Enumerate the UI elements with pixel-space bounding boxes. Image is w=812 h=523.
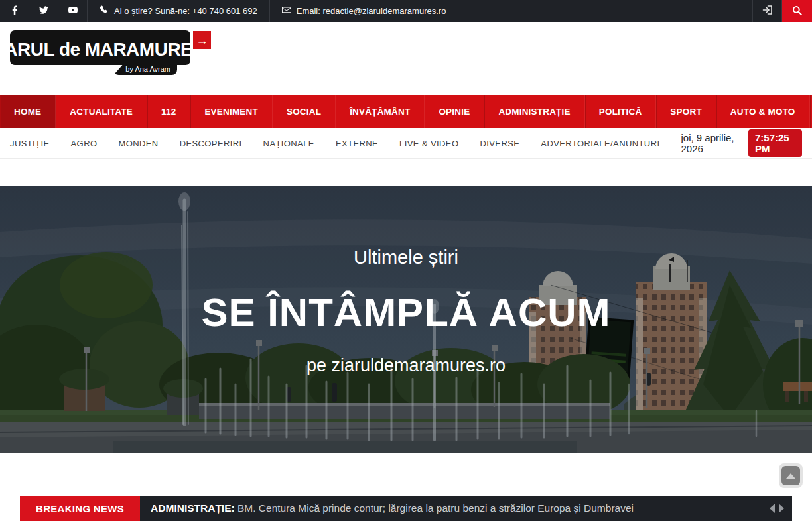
facebook-icon xyxy=(10,5,19,17)
nav-item-actualitate[interactable]: ACTUALITATE xyxy=(56,95,147,128)
topbar-spacer xyxy=(458,0,752,22)
datetime-area: joi, 9 aprilie, 2026 7:57:25 PM xyxy=(681,129,802,157)
header-logo-row: ZIARUL de MARAMUREȘ® by Ana Avram → xyxy=(0,22,812,95)
youtube-link[interactable] xyxy=(58,0,88,22)
youtube-icon xyxy=(68,5,78,17)
arrow-right-icon: → xyxy=(196,34,208,46)
chevron-left-icon[interactable] xyxy=(770,504,775,513)
hero-banner: Ultimele știri SE ÎNTÂMPLĂ ACUM pe ziaru… xyxy=(0,186,812,453)
envelope-icon xyxy=(282,5,291,17)
breaking-news-bar: BREAKING NEWS ADMINISTRAȚIE: BM. Centura… xyxy=(20,496,792,521)
search-button[interactable] xyxy=(782,0,812,22)
search-icon xyxy=(792,5,802,17)
spacer xyxy=(0,453,812,496)
nav-item-opinie[interactable]: OPINIE xyxy=(425,95,484,128)
site-logo-byline: by Ana Avram xyxy=(113,64,177,75)
nav-item-sanatate[interactable]: SĂNĂTATE xyxy=(810,95,812,128)
twitter-icon xyxy=(39,5,48,17)
nav-item-social[interactable]: SOCIAL xyxy=(273,95,336,128)
current-date: joi, 9 aprilie, 2026 xyxy=(681,132,742,154)
scroll-to-top-button[interactable] xyxy=(779,463,803,488)
email-info: Email: redactie@ziaruldemaramures.ro xyxy=(270,0,459,22)
breaking-news-category: ADMINISTRAȚIE: xyxy=(151,502,235,514)
subnav-item-monden[interactable]: MONDEN xyxy=(118,139,158,148)
email-text: Email: redactie@ziaruldemaramures.ro xyxy=(297,6,446,16)
site-logo[interactable]: ZIARUL de MARAMUREȘ® by Ana Avram xyxy=(10,30,190,65)
nav-item-112[interactable]: 112 xyxy=(147,95,190,128)
nav-item-invatamant[interactable]: ÎNVĂȚĂMÂNT xyxy=(336,95,425,128)
login-button[interactable] xyxy=(752,0,782,22)
main-navigation: HOME ACTUALITATE 112 EVENIMENT SOCIAL ÎN… xyxy=(0,95,812,128)
top-bar: Ai o știre? Sună-ne: +40 740 601 692 Ema… xyxy=(0,0,812,22)
chevron-right-icon[interactable] xyxy=(779,504,784,513)
hero-title: SE ÎNTÂMPLĂ ACUM xyxy=(201,290,610,335)
spacer xyxy=(0,159,812,186)
subnav-item-diverse[interactable]: DIVERSE xyxy=(480,139,519,148)
subnav-item-nationale[interactable]: NAȚIONALE xyxy=(263,139,314,148)
subnav-item-descoperiri[interactable]: DESCOPERIRI xyxy=(180,139,242,148)
nav-item-administratie[interactable]: ADMINISTRAȚIE xyxy=(484,95,584,128)
sign-in-icon xyxy=(762,5,773,17)
subnav-item-agro[interactable]: AGRO xyxy=(71,139,98,148)
hero-site-url: pe ziaruldemaramures.ro xyxy=(306,355,506,376)
facebook-link[interactable] xyxy=(0,0,29,22)
breaking-news-headline[interactable]: ADMINISTRAȚIE: BM. Centura Mică prinde c… xyxy=(151,502,634,514)
hero-subtitle: Ultimele știri xyxy=(354,247,458,268)
nav-item-eveniment[interactable]: EVENIMENT xyxy=(190,95,273,128)
nav-item-home[interactable]: HOME xyxy=(0,95,56,128)
subnav-item-justitie[interactable]: JUSTIȚIE xyxy=(10,139,50,148)
subnav-item-advertoriale[interactable]: ADVERTORIALE/ANUNTURI xyxy=(541,139,659,148)
breaking-news-title: BM. Centura Mică prinde contur; lărgirea… xyxy=(235,502,634,514)
secondary-navigation: JUSTIȚIE AGRO MONDEN DESCOPERIRI NAȚIONA… xyxy=(0,128,812,159)
nav-item-sport[interactable]: SPORT xyxy=(656,95,716,128)
scroll-to-top-inner xyxy=(781,466,800,485)
site-logo-text: ZIARUL de MARAMUREȘ® xyxy=(0,36,212,60)
phone-text: Ai o știre? Sună-ne: +40 740 601 692 xyxy=(114,6,257,16)
nav-item-auto-moto[interactable]: AUTO & MOTO xyxy=(716,95,810,128)
breaking-news-section: BREAKING NEWS ADMINISTRAȚIE: BM. Centura… xyxy=(0,496,812,521)
subnav-item-live-video[interactable]: LIVE & VIDEO xyxy=(399,139,458,148)
phone-icon xyxy=(100,5,109,17)
nav-item-politica[interactable]: POLITICĂ xyxy=(585,95,657,128)
hero-text-overlay: Ultimele știri SE ÎNTÂMPLĂ ACUM pe ziaru… xyxy=(0,186,812,453)
arrow-up-icon xyxy=(786,473,795,479)
twitter-link[interactable] xyxy=(29,0,58,22)
phone-info: Ai o știre? Sună-ne: +40 740 601 692 xyxy=(88,0,270,22)
logo-arrow-button[interactable]: → xyxy=(193,31,211,49)
subnav-item-externe[interactable]: EXTERNE xyxy=(336,139,378,148)
clock-badge: 7:57:25 PM xyxy=(748,129,802,157)
breaking-news-label[interactable]: BREAKING NEWS xyxy=(20,496,140,521)
ticker-controls xyxy=(770,504,784,513)
